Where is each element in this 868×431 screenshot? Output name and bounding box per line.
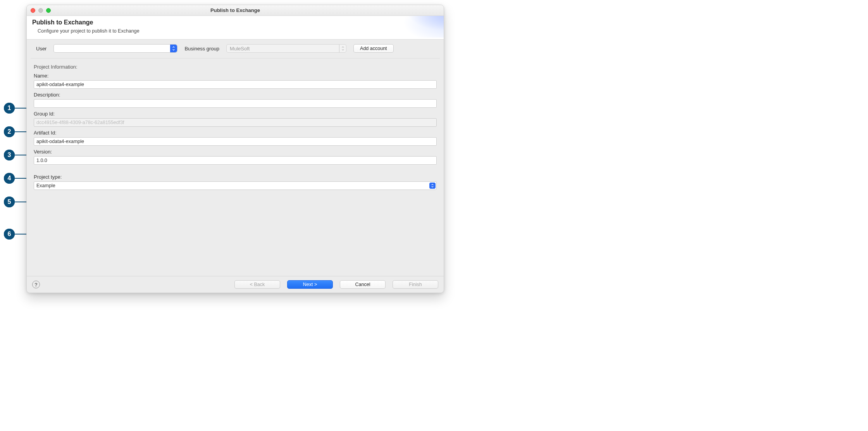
next-button[interactable]: Next > [287, 280, 333, 289]
header-decoration [358, 16, 444, 38]
section-label: Project Information: [34, 64, 437, 70]
callout-4: 4 [4, 173, 15, 184]
project-type-select[interactable] [34, 181, 437, 190]
add-account-button[interactable]: Add account [353, 44, 394, 53]
callout-6: 6 [4, 229, 15, 240]
description-input[interactable] [34, 99, 437, 108]
project-type-value[interactable] [34, 181, 437, 190]
description-label: Description: [34, 92, 437, 98]
business-group-label: Business group [184, 46, 219, 52]
user-select[interactable] [53, 44, 177, 53]
group-id-label: Group Id: [34, 111, 437, 117]
callout-5: 5 [4, 197, 15, 207]
callout-2: 2 [4, 126, 15, 137]
dialog-header: Publish to Exchange Configure your proje… [27, 16, 444, 40]
group-id-input [34, 118, 437, 127]
artifact-id-label: Artifact Id: [34, 130, 437, 136]
name-input[interactable] [34, 80, 437, 89]
dialog-footer: ? < Back Next > Cancel Finish [27, 276, 444, 293]
project-type-label: Project type: [34, 174, 437, 180]
account-bar: User Business group MuleSoft Add account [31, 40, 440, 59]
artifact-id-input[interactable] [34, 137, 437, 146]
business-group-value: MuleSoft [230, 46, 250, 52]
cancel-button[interactable]: Cancel [340, 280, 386, 289]
user-label: User [36, 46, 46, 52]
business-group-select: MuleSoft [226, 44, 346, 53]
dialog-window: Publish to Exchange Publish to Exchange … [26, 5, 444, 293]
callout-1: 1 [4, 103, 15, 114]
help-icon[interactable]: ? [32, 281, 40, 288]
chevron-updown-icon [339, 45, 346, 52]
titlebar: Publish to Exchange [27, 5, 444, 16]
callout-3: 3 [4, 150, 15, 160]
chevron-updown-icon [429, 183, 436, 189]
chevron-updown-icon [170, 45, 177, 52]
project-info-form: Project Information: Name: Description: … [27, 59, 444, 190]
version-label: Version: [34, 149, 437, 155]
finish-button: Finish [393, 280, 438, 289]
name-label: Name: [34, 73, 437, 79]
back-button: < Back [234, 280, 280, 289]
version-input[interactable] [34, 156, 437, 165]
window-title: Publish to Exchange [27, 7, 444, 13]
